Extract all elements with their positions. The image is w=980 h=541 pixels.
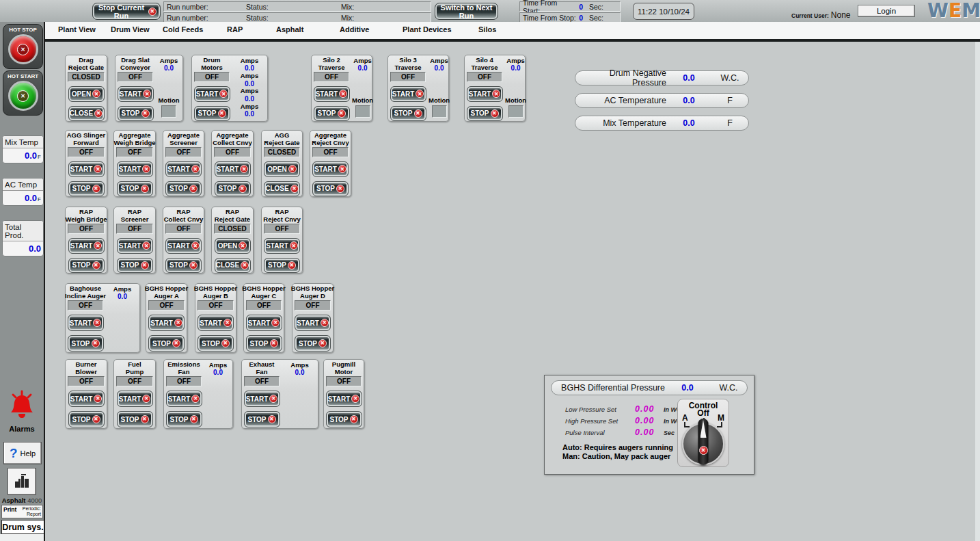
stop-button[interactable]: STOP✕ [117, 258, 153, 274]
hot-start-button[interactable]: ✕ [8, 81, 38, 111]
stop-button[interactable]: STOP✕ [166, 411, 202, 427]
stop-button[interactable]: STOP✕ [118, 106, 154, 122]
stop-button[interactable]: STOP✕ [148, 335, 185, 352]
x-icon: ✕ [92, 339, 100, 347]
button-label: START [297, 319, 319, 327]
start-button[interactable]: START✕ [148, 315, 185, 331]
amps-value: 0.0 [505, 64, 526, 72]
start-button[interactable]: START✕ [117, 161, 153, 177]
help-button[interactable]: ? Help [3, 442, 42, 464]
stop-button[interactable]: STOP✕ [68, 181, 105, 197]
start-button[interactable]: START✕ [326, 391, 362, 407]
menu-item-plant-view[interactable]: Plant View [58, 25, 96, 34]
x-icon: ✕ [142, 241, 150, 250]
menu-item-cold-feeds[interactable]: Cold Feeds [163, 25, 203, 34]
print-periodic-report-button[interactable]: Print Periodic: Report [1, 505, 43, 518]
menu-item-asphalt[interactable]: Asphalt [276, 25, 303, 34]
close-button[interactable]: CLOSE✕ [264, 181, 300, 197]
stop-button[interactable]: STOP✕ [165, 258, 202, 274]
start-button[interactable]: START✕ [68, 315, 104, 331]
start-button[interactable]: START✕ [467, 86, 503, 102]
start-button[interactable]: START✕ [68, 161, 105, 177]
menu-item-additive[interactable]: Additive [340, 25, 369, 34]
setpoint-value[interactable]: 0.00 [635, 427, 664, 437]
close-button[interactable]: CLOSE✕ [215, 258, 251, 274]
switch-to-next-run-button[interactable]: Switch to Next Run [435, 3, 498, 20]
equipment-row: Baghouse Incline AugerOFFSTART✕STOP✕Amps… [65, 283, 334, 353]
stop-button[interactable]: STOP✕ [68, 335, 104, 352]
stop-current-run-button[interactable]: Stop Current Run ✕ [92, 3, 161, 20]
button-label: START [316, 90, 338, 98]
start-button[interactable]: START✕ [312, 161, 349, 177]
motion-indicator [508, 105, 523, 118]
start-button[interactable]: START✕ [118, 86, 154, 102]
menu-item-rap[interactable]: RAP [227, 25, 243, 34]
amps-value: 0.0 [232, 110, 267, 118]
stop-button[interactable]: STOP✕ [295, 335, 331, 352]
asphalt-4000-button[interactable] [8, 468, 36, 495]
stop-button[interactable]: STOP✕ [68, 258, 105, 274]
open-button[interactable]: OPEN✕ [68, 86, 105, 102]
button-label: STOP [72, 185, 90, 192]
start-button[interactable]: START✕ [246, 315, 282, 331]
open-button[interactable]: OPEN✕ [215, 238, 251, 254]
start-button[interactable]: START✕ [166, 391, 202, 407]
x-icon: ✕ [350, 415, 358, 423]
hmi-screen: Stop Current Run ✕ Run number: Status: M… [0, 0, 980, 541]
setpoint-value[interactable]: 0.00 [635, 416, 664, 425]
start-button[interactable]: START✕ [314, 86, 350, 102]
stop-button[interactable]: STOP✕ [314, 106, 350, 122]
start-button[interactable]: START✕ [117, 391, 153, 407]
panel-silo-4-traverse: Silo 4 TraverseOFFSTART✕STOP✕Amps0.0Moti… [464, 55, 526, 122]
knob-handle[interactable]: ✕ [698, 419, 709, 465]
stop-button[interactable]: STOP✕ [312, 181, 349, 197]
x-icon: ✕ [94, 395, 102, 403]
x-icon: ✕ [189, 261, 198, 269]
stop-button[interactable]: STOP✕ [117, 411, 153, 427]
stop-button[interactable]: STOP✕ [117, 181, 153, 197]
stop-button[interactable]: STOP✕ [326, 411, 362, 427]
stop-button[interactable]: STOP✕ [165, 181, 202, 197]
stop-button[interactable]: STOP✕ [264, 258, 300, 274]
question-icon: ? [10, 446, 18, 461]
button-label: STOP [120, 416, 139, 423]
login-button[interactable]: Login [858, 5, 915, 17]
menu-item-drum-view[interactable]: Drum View [111, 25, 150, 34]
start-button[interactable]: START✕ [68, 238, 105, 254]
x-icon: ✕ [218, 109, 226, 118]
open-button[interactable]: OPEN✕ [264, 161, 300, 177]
panel-title: RAP Collect Cnvy [164, 209, 204, 223]
start-button[interactable]: START✕ [295, 315, 331, 331]
setpoint-value[interactable]: 0.00 [635, 404, 664, 414]
stop-button[interactable]: STOP✕ [390, 106, 426, 122]
start-button[interactable]: START✕ [264, 238, 300, 254]
x-icon: ✕ [191, 165, 200, 173]
status-label: Status: [246, 3, 341, 11]
button-label: START [120, 90, 142, 98]
menu-item-silos[interactable]: Silos [478, 25, 496, 34]
start-button[interactable]: START✕ [165, 238, 202, 254]
start-button[interactable]: START✕ [194, 86, 230, 102]
start-button[interactable]: START✕ [244, 391, 280, 407]
stop-button[interactable]: STOP✕ [246, 335, 282, 352]
stop-button[interactable]: STOP✕ [467, 106, 503, 122]
stop-button[interactable]: STOP✕ [244, 411, 280, 427]
start-button[interactable]: START✕ [68, 391, 105, 407]
start-button[interactable]: START✕ [215, 161, 251, 177]
alarms-button[interactable]: Alarms [0, 390, 44, 433]
stop-button[interactable]: STOP✕ [194, 106, 230, 122]
hot-stop-button[interactable]: ✕ [8, 34, 38, 64]
panel-title: Aggregate Screener [167, 132, 200, 146]
start-button[interactable]: START✕ [117, 238, 153, 254]
close-button[interactable]: CLOSE✕ [68, 106, 105, 122]
start-button[interactable]: START✕ [165, 161, 202, 177]
start-button[interactable]: START✕ [198, 315, 234, 331]
readout-label: Mix Temperature [575, 118, 666, 128]
stop-button[interactable]: STOP✕ [68, 411, 105, 427]
stop-button[interactable]: STOP✕ [198, 335, 234, 352]
panel-side: Amps0.0 [204, 360, 232, 428]
stop-button[interactable]: STOP✕ [215, 181, 251, 197]
menu-item-plant-devices[interactable]: Plant Devices [403, 25, 452, 34]
time-from-stop-value: 0 [576, 14, 583, 22]
start-button[interactable]: START✕ [390, 86, 426, 102]
